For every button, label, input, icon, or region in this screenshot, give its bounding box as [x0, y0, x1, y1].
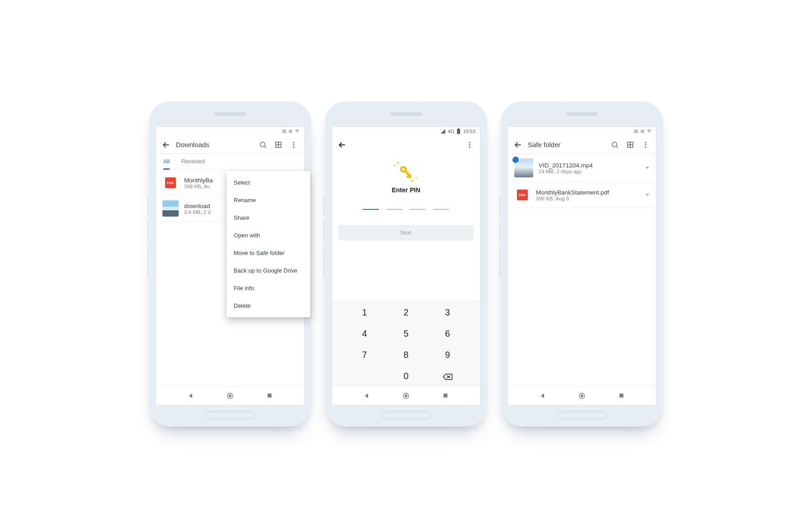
status-triangle-icon	[647, 130, 651, 133]
svg-point-25	[581, 394, 583, 397]
menu-move-safe[interactable]: Move to Safe folder	[226, 244, 310, 262]
key-4[interactable]: 4	[344, 326, 385, 342]
numeric-keypad: 1 2 3 4 5 6 7 8 9 0	[332, 301, 480, 386]
status-circle-icon	[641, 130, 644, 133]
clock-label: 19:53	[463, 129, 475, 134]
svg-point-3	[293, 144, 295, 145]
grid-view-icon[interactable]	[271, 137, 286, 153]
key-8[interactable]: 8	[385, 347, 427, 363]
file-context-menu: Select Rename Share Open with Move to Sa…	[226, 171, 310, 317]
image-thumbnail-icon	[162, 200, 179, 217]
pin-title: Enter PIN	[392, 186, 420, 194]
status-square-icon	[634, 130, 638, 133]
file-meta: 398 KB, Aug 9	[536, 196, 635, 201]
nav-bar	[332, 386, 480, 405]
pin-input[interactable]	[363, 209, 449, 210]
svg-point-19	[612, 142, 617, 147]
key-0[interactable]: 0	[385, 368, 427, 384]
pdf-icon: PDF	[517, 190, 528, 200]
svg-point-10	[469, 147, 471, 148]
svg-point-8	[469, 142, 471, 143]
svg-point-21	[645, 142, 646, 143]
svg-point-4	[293, 146, 295, 148]
key-9[interactable]: 9	[427, 347, 468, 363]
backspace-icon[interactable]	[427, 368, 468, 384]
toolbar-safe-folder: Safe folder	[508, 136, 656, 154]
svg-rect-18	[443, 394, 448, 398]
svg-point-22	[645, 144, 646, 145]
svg-point-9	[469, 144, 471, 146]
pin-slot-3	[410, 209, 426, 210]
expand-caret-icon[interactable]	[643, 191, 651, 199]
file-meta: 24 MB, 2 days ago	[539, 169, 635, 174]
file-row-video[interactable]: VID_20171204.mp4 24 MB, 2 days ago	[508, 154, 656, 182]
search-icon[interactable]	[607, 137, 623, 153]
key-3[interactable]: 3	[427, 305, 468, 320]
network-label: 4G	[448, 129, 455, 134]
key-6[interactable]: 6	[427, 326, 468, 342]
next-button[interactable]: Next	[338, 225, 474, 241]
svg-point-2	[293, 142, 295, 143]
tab-all[interactable]: All	[163, 158, 170, 170]
back-button[interactable]	[161, 139, 171, 150]
signal-icon	[441, 129, 445, 134]
more-options-icon[interactable]	[286, 137, 301, 153]
svg-rect-26	[619, 394, 623, 398]
svg-rect-7	[268, 394, 272, 398]
nav-recents-icon[interactable]	[441, 391, 451, 401]
file-name: MonthlyBankStatement.pdf	[536, 189, 635, 196]
more-options-icon[interactable]	[638, 137, 653, 153]
menu-backup[interactable]: Back up to Google Drive	[226, 262, 310, 279]
status-circle-icon	[289, 130, 292, 133]
nav-recents-icon[interactable]	[265, 391, 275, 401]
more-options-icon[interactable]	[462, 137, 477, 153]
video-thumbnail-icon	[514, 158, 533, 177]
nav-home-icon[interactable]	[577, 391, 587, 401]
pin-slot-1	[363, 209, 379, 210]
pdf-icon: PDF	[165, 177, 176, 188]
status-bar-2: 4G 19:53	[332, 127, 480, 136]
nav-recents-icon[interactable]	[617, 391, 627, 401]
file-name: VID_20171204.mp4	[539, 162, 635, 169]
nav-home-icon[interactable]	[401, 391, 411, 401]
nav-back-icon[interactable]	[538, 391, 548, 401]
svg-point-17	[405, 394, 407, 397]
menu-delete[interactable]: Delete	[226, 297, 310, 315]
menu-rename[interactable]: Rename	[226, 191, 310, 209]
key-7[interactable]: 7	[344, 347, 385, 363]
back-button[interactable]	[512, 139, 523, 150]
expand-caret-icon[interactable]	[643, 164, 651, 172]
key-2[interactable]: 2	[385, 305, 427, 320]
key-icon	[396, 162, 416, 182]
back-button[interactable]	[337, 139, 347, 150]
svg-point-23	[645, 146, 646, 148]
menu-share[interactable]: Share	[226, 209, 310, 227]
svg-point-6	[229, 394, 231, 397]
tab-received[interactable]: Received	[181, 158, 205, 170]
nav-back-icon[interactable]	[362, 391, 372, 401]
key-1[interactable]: 1	[344, 305, 385, 320]
status-bar-1	[156, 127, 304, 136]
toolbar-pin	[332, 136, 480, 154]
nav-home-icon[interactable]	[225, 391, 235, 401]
search-icon[interactable]	[255, 137, 271, 153]
nav-bar	[508, 386, 656, 405]
pin-slot-2	[386, 209, 402, 210]
menu-open-with[interactable]: Open with	[226, 227, 310, 244]
nav-back-icon[interactable]	[186, 391, 196, 401]
menu-file-info[interactable]: File info	[226, 279, 310, 297]
status-triangle-icon	[295, 130, 300, 133]
key-5[interactable]: 5	[385, 326, 427, 342]
file-tabs: All Received	[156, 154, 304, 170]
pin-slot-4	[433, 209, 449, 210]
file-row-pdf[interactable]: PDF MonthlyBankStatement.pdf 398 KB, Aug…	[508, 182, 656, 208]
svg-point-0	[260, 142, 265, 147]
key-empty	[344, 368, 385, 384]
page-title: Downloads	[176, 141, 255, 148]
status-square-icon	[282, 130, 286, 133]
menu-select[interactable]: Select	[226, 174, 310, 191]
page-title: Safe folder	[528, 141, 607, 148]
battery-icon	[457, 129, 460, 134]
grid-view-icon[interactable]	[623, 137, 638, 153]
nav-bar	[156, 386, 304, 405]
